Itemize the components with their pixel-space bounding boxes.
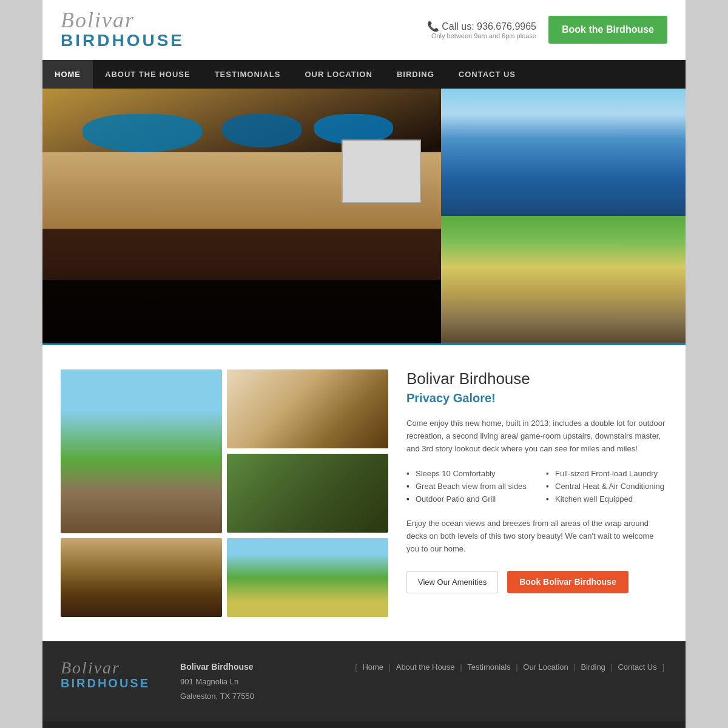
amenity-3: Outdoor Patio and Grill xyxy=(406,493,528,505)
hero-image-ocean xyxy=(441,89,686,216)
photo-small-1 xyxy=(227,369,388,449)
amenities-col-left: Sleeps 10 Comfortably Great Beach view f… xyxy=(406,467,528,505)
footer-logo-birdhouse: BIRDHOUSE xyxy=(61,676,150,690)
phone-area: 📞 Call us: 936.676.9965 Only between 9am… xyxy=(427,21,536,39)
footer-address-line2: Galveston, TX 77550 xyxy=(180,692,254,701)
logo-script: Bolivar xyxy=(61,9,184,31)
footer-link-birding[interactable]: Birding xyxy=(581,662,605,672)
footer-main: Bolivar BIRDHOUSE Bolivar Birdhouse 901 … xyxy=(42,641,686,721)
property-subtitle: Privacy Galore! xyxy=(406,391,667,405)
amenity-4: Full-sized Front-load Laundry xyxy=(546,467,667,480)
nav-item-home[interactable]: HOME xyxy=(42,60,93,89)
photo-grid xyxy=(61,369,388,617)
nav-item-contact[interactable]: CONTACT US xyxy=(447,60,528,89)
hero-image-deck xyxy=(441,216,686,343)
logo-birdhouse: BIRDHOUSE xyxy=(61,31,184,50)
nav-item-location[interactable]: OUR LOCATION xyxy=(292,60,384,89)
footer-business-name: Bolivar Birdhouse xyxy=(180,662,254,672)
footer-link-location[interactable]: Our Location xyxy=(523,662,568,672)
footer-copyright: © Copyright 2016 Bolivar Birdhouse. All … xyxy=(42,721,686,728)
nav-item-birding[interactable]: BIRDING xyxy=(385,60,447,89)
view-amenities-button[interactable]: View Our Amenities xyxy=(406,571,498,593)
property-title: Bolivar Birdhouse xyxy=(406,369,667,388)
property-bottom-desc: Enjoy the ocean views and breezes from a… xyxy=(406,517,667,555)
hero-images-right xyxy=(441,89,686,343)
footer-sep-1: | xyxy=(386,662,393,672)
footer-link-home[interactable]: Home xyxy=(362,662,383,672)
nav-item-about[interactable]: ABOUT THE HOUSE xyxy=(93,60,203,89)
content-section: Bolivar Birdhouse Privacy Galore! Come e… xyxy=(42,343,686,641)
footer-link-bracket-close: ] xyxy=(660,662,664,672)
footer-link-about[interactable]: About the House xyxy=(396,662,455,672)
photo-large xyxy=(61,369,222,533)
description-area: Bolivar Birdhouse Privacy Galore! Come e… xyxy=(406,369,667,593)
footer-address: Bolivar Birdhouse 901 Magnolia Ln Galves… xyxy=(180,659,254,703)
footer-link-testimonials[interactable]: Testimonials xyxy=(467,662,511,672)
footer-sep-3: | xyxy=(514,662,521,672)
hero-section xyxy=(42,89,686,343)
photo-small-3 xyxy=(61,538,222,617)
main-nav: HOME ABOUT THE HOUSE TESTIMONIALS OUR LO… xyxy=(42,60,686,89)
amenity-6: Kitchen well Equipped xyxy=(546,493,667,505)
book-header-button[interactable]: Book the Birdhouse xyxy=(548,16,667,44)
amenity-2: Great Beach view from all sides xyxy=(406,480,528,493)
footer-link-bracket-open: [ xyxy=(355,662,359,672)
hero-image-kitchen xyxy=(42,89,441,343)
footer-links: [ Home | About the House | Testimonials … xyxy=(352,659,667,672)
footer-sep-4: | xyxy=(571,662,578,672)
footer-link-contact[interactable]: Contact Us xyxy=(618,662,656,672)
photo-small-2 xyxy=(227,454,388,533)
phone-note: Only between 9am and 6pm please xyxy=(427,32,536,39)
amenity-1: Sleeps 10 Comfortably xyxy=(406,467,528,480)
footer-sep-2: | xyxy=(458,662,465,672)
footer-sep-5: | xyxy=(608,662,615,672)
phone-number: 📞 Call us: 936.676.9965 xyxy=(427,21,536,32)
site-header: Bolivar BIRDHOUSE 📞 Call us: 936.676.996… xyxy=(42,0,686,60)
book-property-button[interactable]: Book Bolivar Birdhouse xyxy=(507,571,628,593)
footer-logo: Bolivar BIRDHOUSE xyxy=(61,659,150,690)
nav-item-testimonials[interactable]: TESTIMONIALS xyxy=(203,60,293,89)
footer-address-line1: 901 Magnolia Ln xyxy=(180,677,238,686)
cta-buttons: View Our Amenities Book Bolivar Birdhous… xyxy=(406,571,667,593)
logo: Bolivar BIRDHOUSE xyxy=(61,9,184,50)
property-description: Come enjoy this new home, built in 2013;… xyxy=(406,417,667,455)
footer-logo-script: Bolivar xyxy=(61,659,150,676)
phone-icon: 📞 xyxy=(427,21,442,32)
photo-small-4 xyxy=(227,538,388,617)
amenities-col-right: Full-sized Front-load Laundry Central He… xyxy=(546,467,667,505)
amenity-5: Central Heat & Air Conditioning xyxy=(546,480,667,493)
header-right: 📞 Call us: 936.676.9965 Only between 9am… xyxy=(427,16,667,44)
amenities-grid: Sleeps 10 Comfortably Great Beach view f… xyxy=(406,467,667,505)
